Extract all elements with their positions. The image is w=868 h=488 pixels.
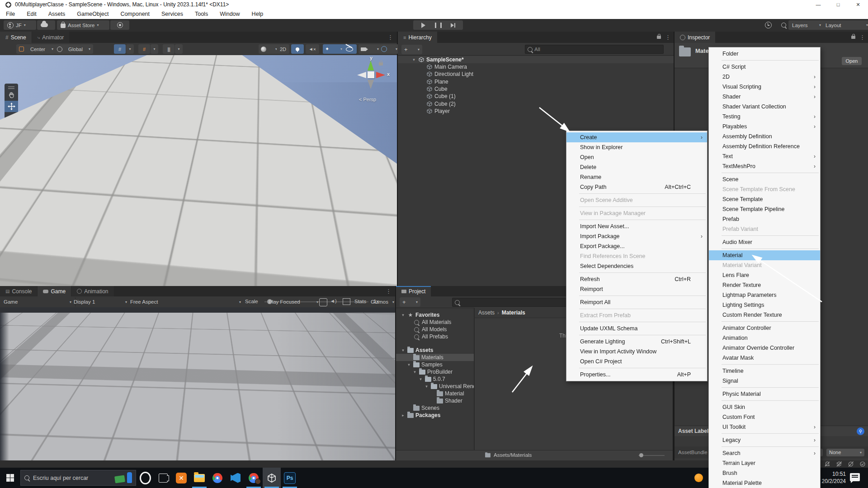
taskbar-unity-icon[interactable]	[263, 468, 281, 488]
create-submenu-item-search[interactable]: Search›	[709, 448, 820, 458]
task-view-icon[interactable]	[154, 468, 172, 488]
hierarchy-menu-dots-icon[interactable]: ⋮	[665, 34, 671, 41]
gizmo-lock-icon[interactable]	[379, 62, 383, 66]
create-submenu-item-c-script[interactable]: C# Script	[709, 62, 820, 72]
create-submenu-item-shader-variant-collection[interactable]: Shader Variant Collection	[709, 102, 820, 112]
create-submenu-item-lens-flare[interactable]: Lens Flare	[709, 270, 820, 280]
context-menu-item-reimport[interactable]: Reimport	[566, 284, 707, 294]
perspective-label[interactable]: < Persp	[359, 97, 376, 102]
taskbar-vscode-icon[interactable]	[226, 468, 245, 488]
menubar-item-gameobject[interactable]: GameObject	[71, 9, 114, 19]
create-submenu-item-terrain-layer[interactable]: Terrain Layer	[709, 458, 820, 468]
hierarchy-item-plane[interactable]: Plane	[398, 78, 674, 85]
create-submenu-item-material[interactable]: Material	[709, 250, 820, 260]
project-tree-item-all-prefabs[interactable]: All Prefabs	[396, 333, 448, 340]
create-submenu-item-text[interactable]: Text›	[709, 151, 820, 161]
rect-tool-button[interactable]	[5, 135, 18, 146]
project-tree-item-materials[interactable]: Materials	[396, 354, 474, 361]
context-menu-item-show-in-explorer[interactable]: Show in Explorer	[566, 142, 707, 152]
taskbar-search-input[interactable]: Escriu aquí per cercar	[20, 470, 136, 486]
capsule-object[interactable]	[184, 126, 209, 173]
create-submenu-item-animation[interactable]: Animation	[709, 333, 820, 343]
scene-visibility-toggle[interactable]	[342, 44, 357, 54]
scene-menu-dots-icon[interactable]: ⋮	[387, 34, 393, 41]
create-submenu-item-material-palette[interactable]: Material Palette	[709, 478, 820, 488]
context-menu-item-refresh[interactable]: RefreshCtrl+R	[566, 274, 707, 284]
account-button[interactable]: JF▾	[4, 20, 36, 30]
layers-dropdown[interactable]: Layers▾	[788, 20, 825, 30]
menubar-item-help[interactable]: Help	[246, 9, 269, 19]
breadcrumb-current[interactable]: Materials	[502, 310, 525, 316]
project-add-button[interactable]: +▾	[400, 297, 420, 307]
context-menu-item-rename[interactable]: Rename	[566, 172, 707, 182]
create-submenu-item-physic-material[interactable]: Physic Material	[709, 389, 820, 399]
project-tree-item-all-models[interactable]: All Models	[396, 326, 447, 333]
project-tree-item-assets[interactable]: ▾Assets	[396, 347, 433, 354]
start-button[interactable]	[6, 474, 14, 482]
asset-store-button[interactable]: Asset Store▾	[57, 20, 109, 30]
hierarchy-item-directional-light[interactable]: Directional Light	[398, 70, 674, 78]
tab-project[interactable]: Project	[396, 286, 431, 296]
context-menu-item-open-c-project[interactable]: Open C# Project	[566, 357, 707, 366]
2d-toggle[interactable]: 2D	[277, 44, 289, 54]
create-submenu-item-audio-mixer[interactable]: Audio Mixer	[709, 237, 820, 247]
game-audio-icon[interactable]: ◄)	[330, 298, 337, 304]
lighting-toggle[interactable]	[291, 44, 304, 54]
create-submenu-item-legacy[interactable]: Legacy›	[709, 435, 820, 445]
minimize-button[interactable]: —	[808, 0, 828, 9]
hierarchy-item-cube-1-[interactable]: Cube (1)	[398, 93, 674, 100]
create-submenu-item-material-variant[interactable]: Material Variant	[709, 260, 820, 270]
bundle-dropdown-none[interactable]: None▾	[826, 449, 864, 456]
ruler-dropdown[interactable]: ▾	[175, 44, 183, 54]
step-button[interactable]	[443, 20, 463, 30]
game-menu-dots-icon[interactable]: ⋮	[386, 288, 392, 295]
display-dropdown[interactable]: Display 1▾	[70, 297, 131, 306]
play-focused-dropdown[interactable]: Play Focused▾	[266, 297, 321, 306]
hierarchy-item-cube[interactable]: Cube	[398, 85, 674, 93]
menubar-item-window[interactable]: Window	[214, 9, 245, 19]
context-menu-item-update-uxml-schema[interactable]: Update UXML Schema	[566, 324, 707, 333]
menubar-item-services[interactable]: Services	[156, 9, 189, 19]
toolstrip-handle[interactable]	[8, 86, 14, 87]
create-submenu-item-testing[interactable]: Testing›	[709, 112, 820, 122]
tray-orange-app-icon[interactable]	[694, 474, 703, 482]
create-submenu-item-scene-template[interactable]: Scene Template	[709, 194, 820, 204]
debug-bug-icon[interactable]	[319, 298, 327, 306]
vsync-grid-icon[interactable]	[343, 298, 350, 305]
hierarchy-scene-row[interactable]: ▾SampleScene*	[398, 56, 674, 63]
thumbnail-size-slider[interactable]	[638, 455, 665, 456]
audio-mute-toggle[interactable]: ◄✕	[306, 44, 319, 54]
tab-game[interactable]: Game	[38, 286, 71, 296]
project-tree-item-all-materials[interactable]: All Materials	[396, 319, 451, 326]
create-submenu-item-custom-font[interactable]: Custom Font	[709, 412, 820, 422]
taskbar-opera-icon[interactable]	[136, 468, 154, 488]
tab-inspector[interactable]: Inspector	[675, 32, 715, 43]
inspector-lock-icon[interactable]	[851, 36, 855, 39]
maximize-button[interactable]: □	[828, 0, 848, 9]
context-menu-item-generate-lighting[interactable]: Generate LightingCtrl+Shift+L	[566, 337, 707, 347]
increment-snap-toggle[interactable]: #	[138, 44, 150, 54]
label-tag-icon[interactable]: ⚲	[857, 427, 864, 435]
context-menu-item-find-references-in-scene[interactable]: Find References In Scene	[566, 251, 707, 261]
context-menu-item-delete[interactable]: Delete	[566, 162, 707, 172]
create-submenu-item-animator-controller[interactable]: Animator Controller	[709, 323, 820, 333]
project-tree-item-scenes[interactable]: Scenes	[396, 404, 439, 412]
open-button[interactable]: Open	[842, 57, 862, 65]
gizmos-dropdown[interactable]: ▾	[379, 44, 400, 54]
tab-scene[interactable]: # Scene	[0, 32, 32, 43]
grid-snap-dropdown[interactable]: ▾	[126, 44, 134, 54]
create-submenu-item-scene-template-pipeline[interactable]: Scene Template Pipeline	[709, 204, 820, 214]
create-submenu-item-render-texture[interactable]: Render Texture	[709, 280, 820, 290]
layers-muted-icon[interactable]	[836, 461, 842, 467]
menubar-item-edit[interactable]: Edit	[21, 9, 42, 19]
taskbar-xampp-icon[interactable]: ✕	[172, 468, 190, 488]
create-submenu-item-gui-skin[interactable]: GUI Skin	[709, 402, 820, 412]
ruler-toggle[interactable]: |||	[163, 44, 175, 54]
project-tree-item-probuilder[interactable]: ▾ProBuilder	[396, 368, 453, 375]
taskbar-chrome-profile-icon[interactable]	[245, 468, 263, 488]
camera-settings-dropdown[interactable]: ▾	[359, 44, 381, 54]
context-menu-item-view-in-package-manager[interactable]: View in Package Manager	[566, 208, 707, 218]
context-menu-item-select-dependencies[interactable]: Select Dependencies	[566, 261, 707, 271]
view-tool-button[interactable]	[5, 89, 18, 101]
inspector-menu-dots-icon[interactable]: ⋮	[859, 34, 865, 41]
